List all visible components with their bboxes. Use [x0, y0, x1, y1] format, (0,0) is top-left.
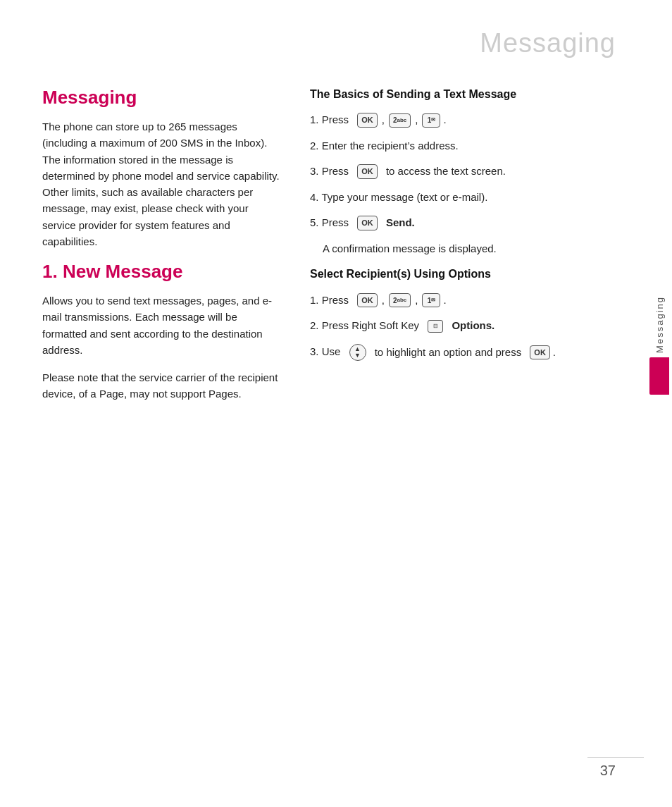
- ok-key-sel3: OK: [530, 345, 550, 360]
- right-softkey-icon: ⊟: [428, 320, 443, 333]
- left-column: Messaging The phone can store up to 265 …: [42, 87, 282, 414]
- sidebar-tab: Messaging: [647, 296, 672, 395]
- main-section-title: Messaging: [42, 87, 282, 109]
- new-message-title: 1. New Message: [42, 261, 282, 283]
- sel-step-1: 1. Press OK , 2abc , 1✉ .: [310, 292, 630, 309]
- 2abc-key-icon: 2abc: [389, 113, 411, 128]
- sidebar-tab-label: Messaging: [654, 296, 665, 353]
- ok-key-step3: OK: [357, 164, 378, 179]
- new-message-body-1: Allows you to send text messages, pages,…: [42, 292, 282, 358]
- step-5: 5. Press OK Send.: [310, 215, 630, 231]
- ok-key-step5: OK: [357, 216, 378, 230]
- confirmation-note: A confirmation message is displayed.: [323, 241, 630, 257]
- page-title: Messaging: [0, 0, 672, 73]
- sel-step-2: 2. Press Right Soft Key ⊟ Options.: [310, 318, 630, 334]
- basics-title: The Basics of Sending a Text Message: [310, 87, 630, 102]
- step-4: 4. Type your message (text or e-mail).: [310, 190, 630, 206]
- select-title: Select Recipient(s) Using Options: [310, 266, 630, 282]
- 1-key-icon: 1✉: [422, 113, 440, 128]
- 2abc-key-sel1: 2abc: [389, 293, 411, 307]
- new-message-body-2: Please note that the service carrier of …: [42, 369, 282, 402]
- 1-key-sel1: 1✉: [422, 293, 440, 307]
- step-3: 3. Press OK to access the text screen.: [310, 164, 630, 180]
- bottom-divider: [587, 757, 644, 758]
- step-2: 2. Enter the recipient’s address.: [310, 138, 630, 154]
- sidebar-tab-bar: [649, 357, 669, 395]
- right-column: The Basics of Sending a Text Message 1. …: [310, 87, 630, 414]
- step-1: 1. Press OK , 2abc , 1✉ .: [310, 112, 630, 128]
- ok-key-icon: OK: [357, 113, 378, 128]
- page-number: 37: [600, 763, 616, 779]
- nav-key-icon: ▲ ▼: [349, 344, 366, 361]
- sel-step-3: 3. Use ▲ ▼ to highlight an option and pr…: [310, 344, 630, 361]
- ok-key-sel1: OK: [357, 293, 378, 308]
- main-body-text-1: The phone can store up to 265 messages (…: [42, 118, 282, 250]
